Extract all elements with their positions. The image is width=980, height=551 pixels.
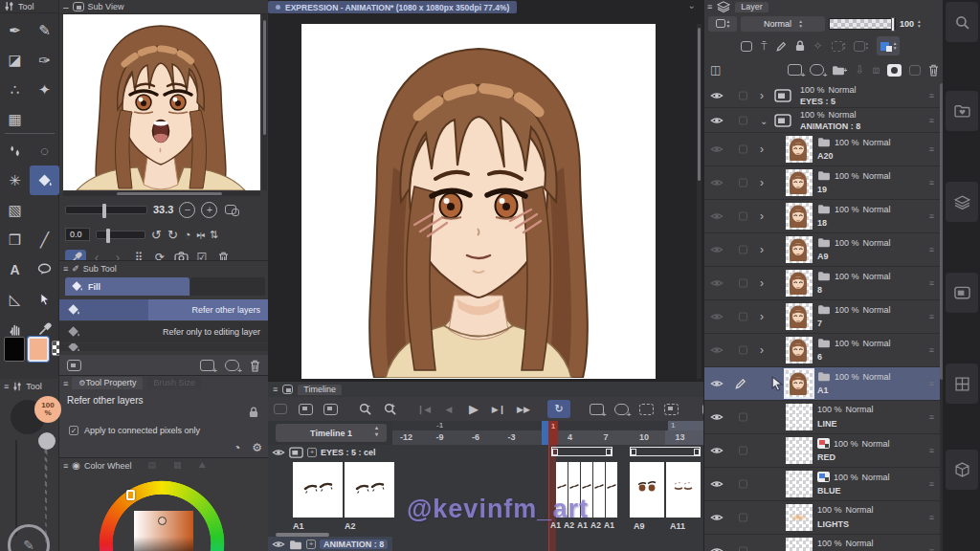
eye-icon[interactable] [710,211,724,221]
layer-menu-icon[interactable]: ≡ [929,91,934,100]
layer-menu-icon[interactable]: ≡ [929,345,934,355]
track-eyes-header[interactable]: + EYES : 5 : cel [268,445,392,460]
opacity-slider[interactable] [829,18,896,30]
fit-screen-icon[interactable] [225,204,239,216]
dock-grid-icon[interactable] [946,364,978,404]
skip-start-icon[interactable]: ❙◀ [412,405,436,414]
opacity-stepper[interactable]: ▴▾ [918,19,921,29]
layer-checkbox[interactable] [739,91,747,99]
dock-layers-icon[interactable] [946,182,978,222]
operation-tool[interactable] [30,284,59,314]
layer-thumbnail[interactable] [786,203,813,230]
rotate-ccw-icon[interactable]: ↺ [151,228,162,242]
lock-transparent-icon[interactable]: ✧ [813,39,823,53]
next-frame-icon[interactable]: ▶❙ [486,405,511,414]
reference-layer-icon[interactable]: ⍑ [761,40,768,53]
eye-icon[interactable] [710,116,724,125]
lock-layer-icon[interactable] [795,40,805,52]
eye-icon[interactable] [710,245,724,254]
delete-layer-icon[interactable] [928,64,939,77]
layer-row[interactable]: 100 % Normal 6 ≡ [704,334,940,367]
loop-play-icon[interactable]: ↻ [547,400,570,418]
layer-thumbnail[interactable] [786,270,813,297]
airbrush-tool[interactable]: ∴ [0,75,30,104]
eye-icon[interactable] [710,513,724,522]
eye-icon[interactable] [710,379,724,388]
canvas[interactable] [301,24,656,379]
pen-tool[interactable]: ✒ [0,15,30,45]
skip-end-icon[interactable]: ▶▶ [511,405,536,414]
expander-icon[interactable] [760,276,769,290]
new-timeline-icon[interactable] [293,404,318,415]
layer-thumbnail[interactable] [786,136,813,163]
panel-menu-icon[interactable]: ≡ [273,385,278,394]
draft-layer-icon[interactable] [776,41,787,52]
layer-checkbox[interactable] [739,447,747,455]
checkbox-checked-icon[interactable]: ✓ [69,426,78,435]
layer-thumbnail[interactable] [786,504,813,531]
lasso-tool[interactable]: ◌ [30,136,59,165]
chevron-down-icon[interactable]: ⌄ [688,0,696,11]
layer-thumbnail[interactable] [786,437,813,464]
layer-checkbox[interactable] [739,116,747,124]
expander-icon[interactable] [760,89,769,102]
subview-image[interactable] [63,14,260,190]
fill-tool[interactable] [30,165,59,195]
cel-wide[interactable]: A9 [630,462,664,518]
flip-horizontal-icon[interactable]: ▸|◂ [197,231,204,239]
dock-timeline-icon[interactable] [946,273,978,313]
graph-editor-icon[interactable] [268,404,293,414]
dock-material-icon[interactable] [946,91,978,131]
decoration-tool[interactable]: ✦ [30,75,59,104]
subtool-group-other[interactable] [190,277,265,296]
layer-thumbnail[interactable] [786,303,813,330]
expand-track-icon[interactable]: + [306,540,316,549]
subtool-item-partial[interactable] [59,343,268,351]
dock-property-icon[interactable] [946,450,978,490]
layer-menu-icon[interactable]: ≡ [929,479,934,489]
cel-strip[interactable] [606,462,617,518]
eye-icon[interactable] [710,91,724,100]
layer-thumbnail[interactable] [786,471,813,497]
tab-timeline[interactable]: Timeline [298,385,342,395]
layer-thumbnail[interactable] [786,169,813,196]
light-table-icon[interactable] [658,404,683,415]
subtool-item-refer-other[interactable]: Refer other layers [59,299,268,320]
combine-mode-button[interactable]: ▴▾ [708,16,737,32]
subview-hscrollbar[interactable] [63,191,260,196]
lock-icon[interactable] [249,407,258,418]
delete-subtool-icon[interactable] [250,360,260,372]
playhead[interactable]: 1 [548,421,558,445]
layer-row[interactable]: 100 % Normal 18 ≡ [704,200,940,233]
sub-color-swatch[interactable] [28,337,49,362]
wrench-icon[interactable]: ⚙ [252,441,262,454]
rotate-cw-icon[interactable]: ↻ [167,228,178,242]
layer-thumbnail[interactable] [786,236,813,263]
clip-extent-1[interactable] [551,447,612,456]
dock-navigator-icon[interactable] [946,2,978,42]
layer-checkbox[interactable] [739,246,747,254]
layer-menu-icon[interactable]: ≡ [929,513,934,522]
collapse-icon[interactable]: – [63,2,69,12]
layer-row[interactable]: 100 % Normal LINE ≡ [704,401,940,434]
eye-icon[interactable] [710,312,724,321]
expander-icon[interactable] [760,115,769,125]
start-frame-marker[interactable] [542,421,548,445]
layer-checkbox[interactable] [739,212,747,221]
prev-frame-icon[interactable]: ◀ [436,405,461,414]
layer-menu-icon[interactable]: ≡ [929,312,934,321]
size-slider-knob[interactable] [38,432,56,450]
new-animation-cel-icon[interactable] [584,404,609,415]
expand-track-icon[interactable]: + [307,448,317,457]
layer-row[interactable]: 100 % Normal ≡ [704,535,940,551]
zoom-in-timeline-icon[interactable]: + [377,403,402,415]
layer-menu-icon[interactable]: ≡ [929,278,934,288]
option-apply-connected[interactable]: ✓ Apply to connected pixels only [69,426,200,435]
text-tool[interactable]: A [0,254,30,284]
layer-thumbnail[interactable] [786,370,813,397]
eye-icon[interactable] [272,448,285,457]
eye-icon[interactable] [710,178,724,187]
tab-mixing[interactable]: ⛰ [192,459,213,473]
tab-brush-size[interactable]: Brush Size [146,377,202,389]
subview-vscrollbar[interactable] [262,14,267,190]
